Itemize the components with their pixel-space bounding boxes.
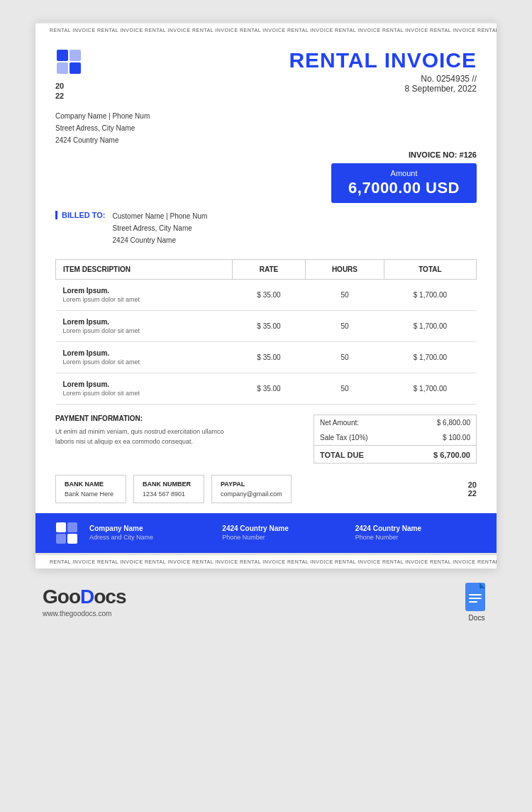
item-hours-cell: 50 — [306, 279, 384, 310]
header-row: 2022 RENTAL INVOICE No. 0254935 // 8 Sep… — [35, 37, 497, 102]
total-value: $ 6,700.00 — [404, 445, 477, 463]
invoice-page: RENTAL INVOICE RENTAL INVOICE RENTAL INV… — [35, 21, 497, 569]
goodocs-name: GooDocs — [43, 586, 126, 608]
footer-col-2: 2424 Country Name Phone Number — [222, 525, 343, 541]
amount-box: Amount 6,7000.00 USD — [331, 163, 477, 203]
payment-info-block: PAYMENT INFORMATION: Ut enim ad minim ve… — [55, 415, 299, 463]
invoice-table: ITEM DESCRIPTION RATE HOURS TOTAL Lorem … — [55, 259, 477, 405]
footer-logo-icon — [55, 522, 78, 544]
summary-net-row: Net Amount: $ 6,800.00 — [314, 415, 477, 430]
tax-label: Sale Tax (10%) — [314, 430, 404, 446]
footer-col3-name: 2424 Country Name — [355, 525, 477, 532]
item-name: Lorem Ipsum. — [63, 349, 226, 357]
paypal-box: PAYPAL company@gmail.com — [211, 475, 292, 503]
top-banner: RENTAL INVOICE RENTAL INVOICE RENTAL INV… — [35, 21, 497, 37]
col-header-total: TOTAL — [384, 259, 476, 279]
summary-payment-row: PAYMENT INFORMATION: Ut enim ad minim ve… — [35, 405, 497, 463]
item-hours-cell: 50 — [306, 310, 384, 341]
item-hours-cell: 50 — [306, 373, 384, 404]
invoice-no-row: INVOICE NO: #126 — [35, 146, 497, 159]
svg-rect-2 — [57, 62, 68, 74]
table-row: Lorem Ipsum. Lorem ipsum dolor sit amet … — [56, 279, 477, 310]
footer-col2-name: 2424 Country Name — [222, 525, 343, 532]
goodocs-logo: GooDocs www.thegoodocs.com — [43, 586, 126, 618]
docs-label: Docs — [469, 614, 485, 622]
svg-rect-3 — [70, 62, 81, 74]
footer-col3-sub: Phone Number — [355, 534, 477, 541]
item-desc: Lorem ipsum dolor sit amet — [63, 358, 226, 366]
svg-rect-5 — [67, 522, 77, 532]
svg-rect-0 — [57, 50, 68, 61]
footer-col-1: Company Name Adress and City Name — [89, 525, 211, 541]
company-name-phone: Company Name | Phone Num — [55, 110, 477, 122]
bank-name-value: Bank Name Here — [65, 490, 117, 498]
bank-row: BANK NAME Bank Name Here BANK NUMBER 123… — [35, 463, 497, 503]
footer-col-3: 2424 Country Name Phone Number — [355, 525, 477, 541]
invoice-title-block: RENTAL INVOICE No. 0254935 // 8 Septembe… — [289, 48, 477, 94]
item-rate-cell: $ 35.00 — [232, 373, 305, 404]
footer-col2-sub: Phone Number — [222, 534, 343, 541]
bank-name-box: BANK NAME Bank Name Here — [55, 475, 126, 503]
billed-section: BILLED TO: Customer Name | Phone Num Str… — [35, 203, 497, 246]
item-rate-cell: $ 35.00 — [232, 341, 305, 373]
invoice-date: 8 September, 2022 — [289, 84, 477, 94]
item-total-cell: $ 1,700.00 — [384, 341, 476, 373]
goodocs-url: www.thegoodocs.com — [43, 610, 126, 618]
table-row: Lorem Ipsum. Lorem ipsum dolor sit amet … — [56, 341, 477, 373]
item-desc: Lorem ipsum dolor sit amet — [63, 327, 226, 334]
summary-tax-row: Sale Tax (10%) $ 100.00 — [314, 430, 477, 446]
customer-street: Street Adress, City Name — [113, 222, 208, 234]
table-row: Lorem Ipsum. Lorem ipsum dolor sit amet … — [56, 373, 477, 404]
item-rate-cell: $ 35.00 — [232, 279, 305, 310]
billed-to-label: BILLED TO: — [55, 211, 106, 219]
customer-name-phone: Customer Name | Phone Num — [113, 210, 208, 222]
svg-rect-12 — [469, 601, 477, 603]
company-info: Company Name | Phone Num Street Adress, … — [35, 102, 497, 146]
invoice-no-label: INVOICE NO: — [409, 150, 457, 159]
goodocs-footer: GooDocs www.thegoodocs.com Docs — [35, 569, 497, 627]
item-name: Lorem Ipsum. — [63, 318, 226, 326]
net-value: $ 6,800.00 — [404, 415, 477, 430]
company-country: 2424 Country Name — [55, 134, 477, 146]
item-total-cell: $ 1,700.00 — [384, 279, 476, 310]
amount-block: Amount 6,7000.00 USD — [35, 163, 477, 203]
billed-to-info: Customer Name | Phone Num Street Adress,… — [113, 210, 208, 246]
bank-number-label: BANK NUMBER — [143, 481, 195, 488]
bank-name-label: BANK NAME — [65, 481, 117, 488]
item-description-cell: Lorem Ipsum. Lorem ipsum dolor sit amet — [56, 279, 233, 310]
invoice-no-value: #126 — [460, 150, 477, 159]
customer-country: 2424 Country Name — [113, 234, 208, 246]
item-total-cell: $ 1,700.00 — [384, 310, 476, 341]
col-header-hours: HOURS — [306, 259, 384, 279]
summary-table: Net Amount: $ 6,800.00 Sale Tax (10%) $ … — [314, 415, 477, 463]
item-desc: Lorem ipsum dolor sit amet — [63, 296, 226, 303]
svg-rect-1 — [70, 50, 81, 61]
item-rate-cell: $ 35.00 — [232, 310, 305, 341]
footer-col1-name: Company Name — [89, 525, 211, 532]
docs-icon-block: Docs — [464, 581, 489, 622]
logo-block: 2022 — [55, 48, 82, 102]
svg-rect-7 — [67, 534, 77, 544]
payment-info-text: Ut enim ad minim veniam, quis nostrud ex… — [55, 427, 226, 447]
item-desc: Lorem ipsum dolor sit amet — [63, 390, 226, 397]
item-description-cell: Lorem Ipsum. Lorem ipsum dolor sit amet — [56, 341, 233, 373]
invoice-number: No. 0254935 // — [289, 74, 477, 84]
item-name: Lorem Ipsum. — [63, 287, 226, 295]
bottom-banner: RENTAL INVOICE RENTAL INVOICE RENTAL INV… — [35, 553, 497, 569]
col-header-description: ITEM DESCRIPTION — [56, 259, 233, 279]
paypal-label: PAYPAL — [221, 481, 282, 488]
net-label: Net Amount: — [314, 415, 404, 430]
tax-value: $ 100.00 — [404, 430, 477, 446]
item-total-cell: $ 1,700.00 — [384, 373, 476, 404]
docs-icon — [464, 581, 489, 613]
amount-label: Amount — [348, 169, 460, 177]
svg-rect-6 — [56, 534, 66, 544]
bank-number-box: BANK NUMBER 1234 567 8901 — [133, 475, 204, 503]
company-logo-icon — [55, 48, 82, 75]
year-label: 2022 — [55, 81, 64, 102]
item-hours-cell: 50 — [306, 341, 384, 373]
summary-total-row: TOTAL DUE $ 6,700.00 — [314, 445, 477, 463]
item-description-cell: Lorem Ipsum. Lorem ipsum dolor sit amet — [56, 373, 233, 404]
amount-value: 6,7000.00 USD — [348, 179, 460, 197]
item-description-cell: Lorem Ipsum. Lorem ipsum dolor sit amet — [56, 310, 233, 341]
